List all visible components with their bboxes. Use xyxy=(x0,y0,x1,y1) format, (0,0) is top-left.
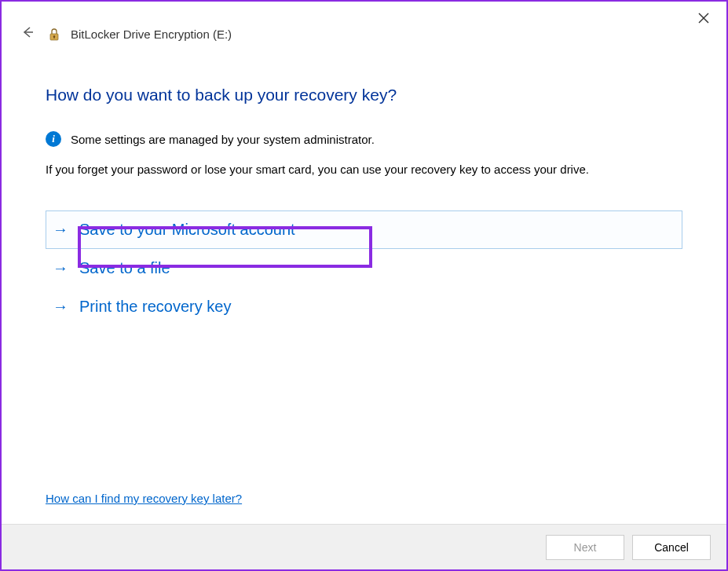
option-list: → Save to your Microsoft account → Save … xyxy=(46,210,682,326)
option-save-microsoft-account[interactable]: → Save to your Microsoft account xyxy=(46,210,682,249)
arrow-right-icon: → xyxy=(51,298,70,316)
cancel-button[interactable]: Cancel xyxy=(632,535,711,560)
help-link[interactable]: How can I find my recovery key later? xyxy=(46,492,242,505)
option-label: Print the recovery key xyxy=(79,298,231,316)
next-button[interactable]: Next xyxy=(546,535,624,560)
option-print-recovery-key[interactable]: → Print the recovery key xyxy=(46,287,682,326)
page-heading: How do you want to back up your recovery… xyxy=(46,86,682,104)
description-text: If you forget your password or lose your… xyxy=(46,163,682,176)
close-button[interactable] xyxy=(692,8,715,31)
content-area: How do you want to back up your recovery… xyxy=(2,46,726,326)
window-title: BitLocker Drive Encryption (E:) xyxy=(71,27,232,41)
arrow-right-icon: → xyxy=(51,221,70,239)
bitlocker-icon xyxy=(46,26,63,43)
back-button[interactable] xyxy=(17,22,38,46)
info-icon: i xyxy=(46,131,61,147)
svg-rect-5 xyxy=(53,36,54,38)
close-icon xyxy=(698,13,709,24)
header: BitLocker Drive Encryption (E:) xyxy=(2,2,726,46)
info-row: i Some settings are managed by your syst… xyxy=(46,131,682,147)
back-arrow-icon xyxy=(20,25,35,39)
option-label: Save to your Microsoft account xyxy=(79,221,295,239)
option-save-to-file[interactable]: → Save to a file xyxy=(46,249,682,287)
option-label: Save to a file xyxy=(79,259,170,277)
footer: Next Cancel xyxy=(2,524,726,569)
info-text: Some settings are managed by your system… xyxy=(71,133,375,146)
arrow-right-icon: → xyxy=(51,259,70,277)
